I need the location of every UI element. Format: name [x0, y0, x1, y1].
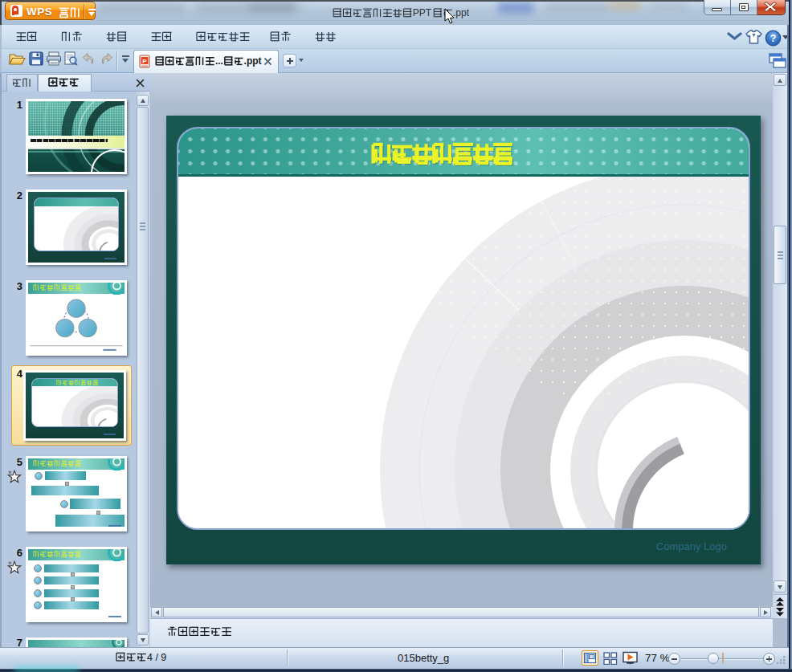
svg-text:?: ?	[770, 33, 777, 44]
svg-text:PPT: PPT	[413, 8, 432, 18]
svg-text:P: P	[142, 58, 147, 65]
svg-text:4 / 9: 4 / 9	[147, 652, 166, 663]
svg-text:...: ...	[215, 56, 223, 67]
svg-text:.ppt: .ppt	[244, 56, 262, 67]
